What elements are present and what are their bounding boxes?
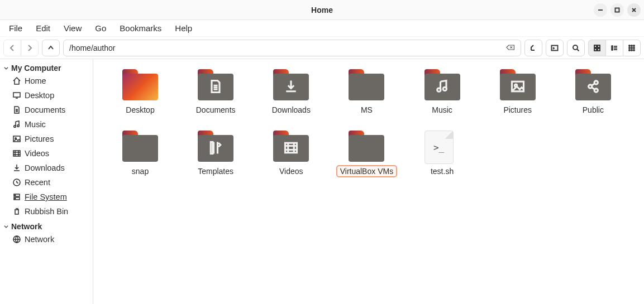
sidebar-item-desktop[interactable]: Desktop: [0, 88, 93, 103]
trash-icon: [12, 207, 21, 216]
path-bar[interactable]: [63, 40, 521, 56]
toggle-location-button[interactable]: [524, 40, 542, 56]
titlebar: Home: [0, 0, 644, 20]
sidebar-item-rubbish-bin[interactable]: Rubbish Bin: [0, 204, 93, 219]
svg-point-13: [629, 47, 630, 49]
download-icon: [283, 79, 299, 96]
sidebar: My ComputerHomeDesktopDocumentsMusicPict…: [0, 59, 93, 304]
video-icon: [283, 140, 299, 157]
path-input[interactable]: [69, 44, 506, 52]
sidebar-item-label: Downloads: [25, 162, 65, 174]
template-icon: [208, 140, 223, 157]
svg-point-15: [633, 47, 635, 49]
folder-snap[interactable]: snap: [107, 131, 174, 176]
video-icon: [12, 149, 21, 158]
sidebar-item-label: Rubbish Bin: [25, 205, 68, 218]
sidebar-section-network[interactable]: Network: [0, 221, 93, 232]
item-label: test.sh: [428, 166, 456, 176]
clear-path-icon[interactable]: [506, 44, 515, 52]
view-grid-button[interactable]: [588, 40, 606, 56]
file-test.sh[interactable]: >_test.sh: [409, 131, 476, 176]
item-label: VirtualBox VMs: [337, 166, 396, 176]
menu-edit[interactable]: Edit: [30, 21, 56, 35]
menu-file[interactable]: File: [3, 21, 28, 35]
item-label: Desktop: [123, 105, 157, 115]
folder-icon: [198, 69, 233, 100]
folder-icon: [122, 131, 158, 162]
sidebar-item-label: Network: [25, 233, 54, 245]
folder-ms[interactable]: MS: [333, 69, 400, 115]
sidebar-item-videos[interactable]: Videos: [0, 146, 93, 161]
menu-go[interactable]: Go: [89, 21, 112, 35]
desktop-icon: [12, 91, 21, 100]
music-icon: [435, 79, 450, 96]
view-compact-button[interactable]: [623, 40, 641, 56]
folder-templates[interactable]: Templates: [182, 131, 249, 176]
folder-icon: [198, 131, 233, 162]
share-icon: [585, 79, 601, 96]
search-button[interactable]: [567, 40, 585, 56]
svg-point-11: [631, 45, 632, 46]
sidebar-item-recent[interactable]: Recent: [0, 175, 93, 190]
svg-point-7: [612, 46, 613, 47]
script-file-icon: >_: [424, 131, 454, 164]
up-button[interactable]: [42, 40, 60, 56]
sidebar-item-home[interactable]: Home: [0, 74, 93, 88]
sidebar-item-label: Documents: [25, 104, 65, 116]
item-label: Downloads: [269, 105, 313, 115]
folder-downloads[interactable]: Downloads: [257, 69, 325, 115]
item-label: Templates: [195, 166, 236, 176]
folder-desktop[interactable]: Desktop: [107, 69, 174, 115]
sidebar-item-documents[interactable]: Documents: [0, 103, 93, 117]
document-icon: [12, 105, 21, 114]
terminal-button[interactable]: [546, 40, 564, 56]
folder-public[interactable]: Public: [560, 69, 627, 115]
sidebar-item-downloads[interactable]: Downloads: [0, 161, 93, 175]
sidebar-section-label: Network: [11, 222, 42, 231]
forward-button[interactable]: [21, 40, 39, 56]
folder-icon: [349, 69, 384, 100]
svg-rect-4: [598, 45, 600, 47]
folder-music[interactable]: Music: [409, 69, 476, 115]
sidebar-section-my-computer[interactable]: My Computer: [0, 62, 93, 74]
svg-point-16: [629, 50, 630, 51]
view-list-button[interactable]: [605, 40, 623, 56]
item-label: Pictures: [500, 105, 535, 115]
sidebar-item-network[interactable]: Network: [0, 232, 93, 247]
home-icon: [12, 76, 21, 85]
close-button[interactable]: [627, 3, 641, 17]
folder-videos[interactable]: Videos: [257, 131, 325, 176]
item-label: Videos: [276, 166, 306, 176]
menu-bookmarks[interactable]: Bookmarks: [114, 21, 167, 35]
sidebar-item-file-system[interactable]: File System: [0, 190, 93, 204]
menu-help[interactable]: Help: [169, 21, 198, 35]
folder-documents[interactable]: Documents: [182, 69, 249, 115]
window-title: Home: [311, 6, 333, 15]
sidebar-item-pictures[interactable]: Pictures: [0, 132, 93, 146]
content-area[interactable]: DesktopDocumentsDownloadsMSMusicPictures…: [93, 59, 644, 304]
svg-rect-6: [598, 49, 600, 51]
folder-icon: [349, 131, 384, 162]
svg-point-2: [573, 45, 578, 50]
svg-point-10: [629, 45, 630, 46]
folder-icon: [575, 69, 611, 100]
maximize-button[interactable]: [610, 3, 624, 17]
sidebar-item-label: Videos: [25, 147, 49, 160]
minimize-button[interactable]: [594, 3, 607, 17]
download-icon: [12, 163, 21, 172]
svg-rect-5: [594, 49, 597, 51]
item-label: Documents: [193, 105, 238, 115]
menu-view[interactable]: View: [58, 21, 87, 35]
sidebar-item-music[interactable]: Music: [0, 117, 93, 132]
folder-icon: [273, 131, 309, 162]
folder-virtualbox-vms[interactable]: VirtualBox VMs: [333, 131, 400, 176]
back-button[interactable]: [3, 40, 21, 56]
svg-point-14: [631, 47, 632, 49]
folder-pictures[interactable]: Pictures: [484, 69, 551, 115]
item-label: Public: [580, 105, 607, 115]
folder-icon: [500, 69, 536, 100]
sidebar-item-label: Home: [25, 75, 46, 87]
filesystem-icon: [12, 192, 21, 201]
document-icon: [208, 79, 223, 96]
sidebar-item-label: File System: [25, 191, 67, 203]
